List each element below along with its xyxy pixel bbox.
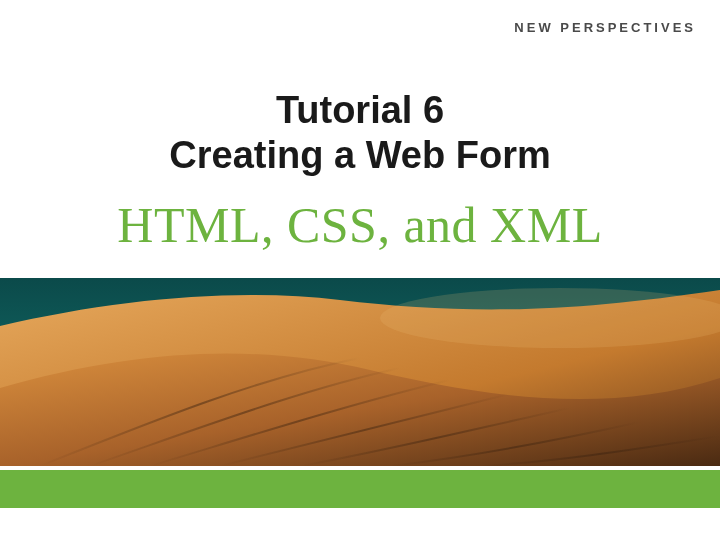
- slide-subtitle: HTML, CSS, and XML: [0, 196, 720, 254]
- brand-label: NEW PERSPECTIVES: [514, 20, 696, 35]
- hero-image: [0, 278, 720, 466]
- slide-title: Tutorial 6 Creating a Web Form: [0, 88, 720, 178]
- footer-accent-bar: [0, 470, 720, 508]
- title-line-2: Creating a Web Form: [0, 133, 720, 178]
- title-line-1: Tutorial 6: [0, 88, 720, 133]
